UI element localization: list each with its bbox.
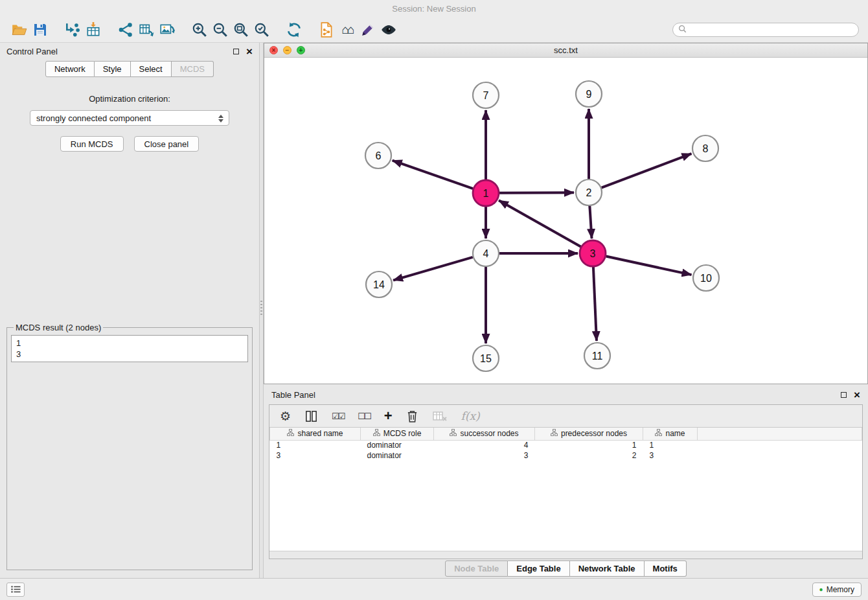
memory-status-icon: ● xyxy=(819,586,823,593)
delete-column-icon[interactable] xyxy=(406,410,418,423)
node-table: shared nameMCDS rolesuccessor nodesprede… xyxy=(269,427,862,559)
search-input[interactable] xyxy=(690,25,853,34)
mcds-result-item[interactable]: 1 xyxy=(16,338,243,349)
tab-edge-table[interactable]: Edge Table xyxy=(508,560,569,577)
search-icon xyxy=(678,25,687,35)
add-column-icon[interactable]: + xyxy=(384,409,393,423)
table-cell[interactable]: 4 xyxy=(434,440,535,450)
mcds-panel: Optimization criterion: strongly connect… xyxy=(0,77,259,578)
table-cell[interactable]: 3 xyxy=(434,450,535,461)
deselect-all-icon[interactable]: ☐☐ xyxy=(358,411,370,421)
delete-table-icon xyxy=(432,410,448,422)
column-header-filler xyxy=(698,428,862,440)
export-image-icon[interactable] xyxy=(157,19,177,40)
save-session-icon[interactable] xyxy=(30,19,51,40)
column-header-shared-name[interactable]: shared name xyxy=(270,428,361,440)
zoom-out-icon[interactable] xyxy=(210,19,231,40)
tab-motifs[interactable]: Motifs xyxy=(645,560,687,577)
criterion-dropdown[interactable]: strongly connected component xyxy=(30,110,229,126)
open-session-icon[interactable] xyxy=(9,19,30,40)
table-cell[interactable]: 1 xyxy=(535,440,643,450)
column-type-icon xyxy=(450,429,457,438)
zoom-selected-icon[interactable] xyxy=(251,19,272,40)
graph-edge-3-1[interactable] xyxy=(499,200,581,246)
graph-edge-1-2[interactable] xyxy=(499,192,574,193)
table-cell[interactable]: 3 xyxy=(270,450,361,461)
graph-edge-1-6[interactable] xyxy=(393,161,473,189)
tab-mcds[interactable]: MCDS xyxy=(172,61,214,77)
graph-node-label: 15 xyxy=(480,353,492,364)
function-builder-icon: f(x) xyxy=(461,410,480,422)
show-columns-icon[interactable] xyxy=(304,410,318,423)
home-overview-icon[interactable]: ⌂⌂ xyxy=(337,19,358,40)
table-cell[interactable]: 1 xyxy=(643,440,698,450)
window-minimize-icon[interactable]: − xyxy=(283,46,291,54)
close-panel-icon[interactable]: × xyxy=(246,46,253,57)
network-table-icon[interactable] xyxy=(136,19,157,40)
run-mcds-button[interactable]: Run MCDS xyxy=(60,136,124,152)
graph-edge-2-8[interactable] xyxy=(602,154,692,187)
select-all-icon[interactable]: ☑☑ xyxy=(332,411,344,421)
main-toolbar: ⌂⌂ xyxy=(0,17,868,43)
table-cell[interactable]: dominator xyxy=(361,450,434,461)
column-header-predecessor-nodes[interactable]: predecessor nodes xyxy=(535,428,643,440)
network-graph[interactable]: 7968124314101511 xyxy=(264,58,867,384)
graph-node-label: 2 xyxy=(586,187,592,198)
mcds-result-item[interactable]: 3 xyxy=(16,349,243,360)
panel-splitter[interactable] xyxy=(259,43,264,578)
task-history-button[interactable] xyxy=(6,583,25,597)
graph-edge-3-11[interactable] xyxy=(593,267,597,341)
graph-edge-2-3[interactable] xyxy=(589,206,591,238)
table-cell[interactable]: 2 xyxy=(535,450,643,461)
window-zoom-icon[interactable]: + xyxy=(297,46,305,54)
annotation-icon[interactable] xyxy=(358,19,378,40)
graph-node-label: 11 xyxy=(592,351,603,362)
tab-node-table[interactable]: Node Table xyxy=(445,560,508,577)
column-type-icon xyxy=(373,429,380,438)
table-row[interactable]: 3dominator323 xyxy=(270,450,862,461)
close-panel-button[interactable]: Close panel xyxy=(134,136,200,152)
float-panel-icon[interactable] xyxy=(233,49,239,54)
column-type-icon xyxy=(287,429,294,438)
column-header-successor-nodes[interactable]: successor nodes xyxy=(434,428,535,440)
table-cell[interactable]: dominator xyxy=(361,440,434,450)
mcds-result-list[interactable]: 13 xyxy=(11,335,248,362)
table-row[interactable]: 1dominator411 xyxy=(270,440,862,450)
graph-node-label: 8 xyxy=(703,143,709,154)
eye-icon[interactable] xyxy=(378,19,399,40)
close-table-panel-icon[interactable]: × xyxy=(854,389,860,400)
tab-network-table[interactable]: Network Table xyxy=(570,560,645,577)
graph-edge-3-10[interactable] xyxy=(606,256,692,275)
app-titlebar: Session: New Session xyxy=(0,0,868,17)
import-table-icon[interactable] xyxy=(83,19,104,40)
workspace: × − + scc.txt 7968124314101511 Table Pan… xyxy=(264,43,868,578)
table-cell[interactable]: 3 xyxy=(643,450,698,461)
table-hscrollbar[interactable] xyxy=(269,551,862,559)
tab-network[interactable]: Network xyxy=(45,61,95,77)
zoom-fit-icon[interactable] xyxy=(231,19,251,40)
splitter-handle-icon[interactable] xyxy=(260,301,262,316)
document-network-icon[interactable] xyxy=(316,19,337,40)
table-cell[interactable]: 1 xyxy=(270,440,361,450)
network-canvas[interactable]: 7968124314101511 xyxy=(264,58,867,384)
data-table[interactable]: shared nameMCDS rolesuccessor nodesprede… xyxy=(269,428,862,461)
zoom-in-icon[interactable] xyxy=(189,19,210,40)
network-window-titlebar[interactable]: × − + scc.txt xyxy=(264,43,867,58)
float-table-panel-icon[interactable] xyxy=(841,392,847,398)
graph-edge-4-14[interactable] xyxy=(393,257,473,281)
tab-select[interactable]: Select xyxy=(131,61,172,77)
search-box[interactable] xyxy=(672,23,859,37)
window-close-icon[interactable]: × xyxy=(269,46,278,54)
import-network-icon[interactable] xyxy=(62,19,83,40)
table-settings-icon[interactable]: ⚙ xyxy=(280,410,291,422)
table-cell-filler xyxy=(698,450,862,461)
apply-layout-icon[interactable] xyxy=(284,19,304,40)
network-share-icon[interactable] xyxy=(115,19,136,40)
column-header-name[interactable]: name xyxy=(643,428,698,440)
network-view-window: × − + scc.txt 7968124314101511 xyxy=(264,43,868,384)
graph-node-label: 7 xyxy=(483,90,489,101)
tab-style[interactable]: Style xyxy=(95,61,131,77)
criterion-value: strongly connected component xyxy=(36,113,151,123)
memory-button[interactable]: ● Memory xyxy=(812,583,862,597)
column-header-mcds-role[interactable]: MCDS role xyxy=(361,428,434,440)
